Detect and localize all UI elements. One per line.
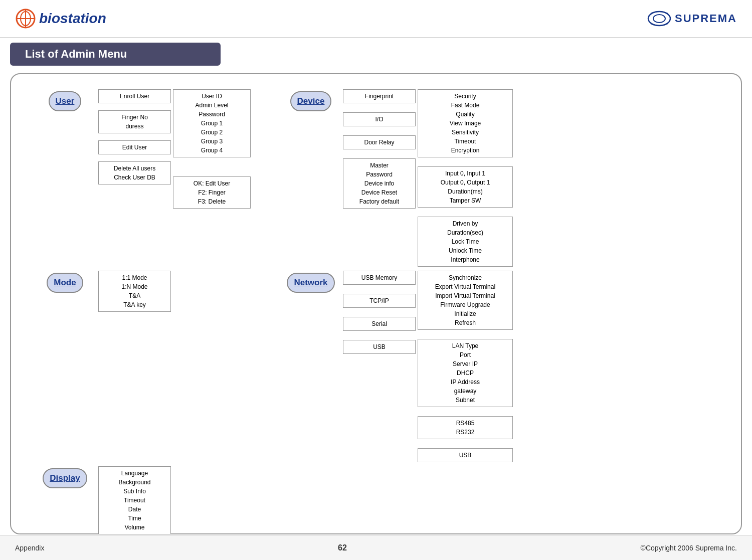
enroll-user-box: Enroll User [98,89,171,103]
edit-user-box: Edit User [98,140,171,154]
footer-left: Appendix [15,544,44,552]
mode-sub-col: 1:1 Mode1:N ModeT&AT&A key [98,271,171,312]
mode-label[interactable]: Mode [47,273,83,293]
delete-all-check-box: Delete All usersCheck User DB [98,161,171,184]
mode-main-col: Mode [34,271,96,293]
usb-details-box: USB [418,448,513,462]
svg-point-5 [653,15,665,23]
suprema-logo-text: SUPREMA [675,12,737,25]
user-device-row: User Enroll User Finger Noduress Edit Us… [34,89,718,267]
main-content: User Enroll User Finger Noduress Edit Us… [10,73,742,534]
display-sub-col: LanguageBackgroundSub InfoTimeoutDateTim… [98,466,171,534]
device-sub-col: Fingerprint I/O Door Relay MasterPasswor… [343,89,416,209]
header: biostation SUPREMA [0,0,752,38]
display-main-col: Display [34,466,96,488]
footer-page: 62 [338,543,347,552]
serial-box: Serial [343,317,416,331]
footer-right: ©Copyright 2006 Suprema Inc. [641,544,737,552]
mode-items-box: 1:1 Mode1:N ModeT&AT&A key [98,271,171,312]
serial-details-box: RS485RS232 [418,416,513,439]
usb-box: USB [343,340,416,354]
usb-memory-details-box: SynchronizeExport Virtual TerminalImport… [418,271,513,330]
io-box: I/O [343,112,416,126]
biostation-logo-text: biostation [39,11,106,27]
user-label[interactable]: User [49,91,82,111]
enroll-user-details-box: User IDAdmin LevelPasswordGroup 1Group 2… [173,89,251,157]
user-detail-col: User IDAdmin LevelPasswordGroup 1Group 2… [173,89,251,209]
tcpip-box: TCP/IP [343,294,416,308]
usb-memory-box: USB Memory [343,271,416,285]
suprema-logo: SUPREMA [647,10,737,28]
footer: Appendix 62 ©Copyright 2006 Suprema Inc. [0,535,752,560]
mode-network-row: Mode 1:1 Mode1:N ModeT&AT&A key Network … [34,271,718,462]
network-detail-col: SynchronizeExport Virtual TerminalImport… [418,271,513,462]
device-main-col: Device [281,89,341,111]
display-row: Display LanguageBackgroundSub InfoTimeou… [34,466,718,534]
tcpip-details-box: LAN TypePortServer IPDHCPIP Addressgatew… [418,339,513,407]
io-details-box: Input 0, Input 1Output 0, Output 1Durati… [418,166,513,208]
biostation-logo: biostation [15,8,106,29]
network-label[interactable]: Network [287,273,334,293]
display-items-box: LanguageBackgroundSub InfoTimeoutDateTim… [98,466,171,534]
device-detail-col: SecurityFast ModeQualityView ImageSensit… [418,89,513,267]
door-relay-details-box: Driven byDuration(sec)Lock TimeUnlock Ti… [418,217,513,267]
fingerprint-details-box: SecurityFast ModeQualityView ImageSensit… [418,89,513,157]
display-label[interactable]: Display [43,468,87,488]
diagram-container: User Enroll User Finger Noduress Edit Us… [26,84,726,560]
user-sub-col: Enroll User Finger Noduress Edit User De… [98,89,171,184]
right-empty-col [281,466,341,468]
network-main-col: Network [281,271,341,293]
master-password-box: MasterPasswordDevice infoDevice ResetFac… [343,158,416,209]
door-relay-box: Door Relay [343,135,416,149]
device-label[interactable]: Device [290,91,332,111]
page-title: List of Admin Menu [10,43,221,66]
network-sub-col: USB Memory TCP/IP Serial USB [343,271,416,354]
fingerprint-box: Fingerprint [343,89,416,103]
user-main-col: User [34,89,96,111]
finger-no-duress-box: Finger Noduress [98,110,171,133]
edit-user-details-box: OK: Edit UserF2: FingerF3: Delete [173,176,251,209]
